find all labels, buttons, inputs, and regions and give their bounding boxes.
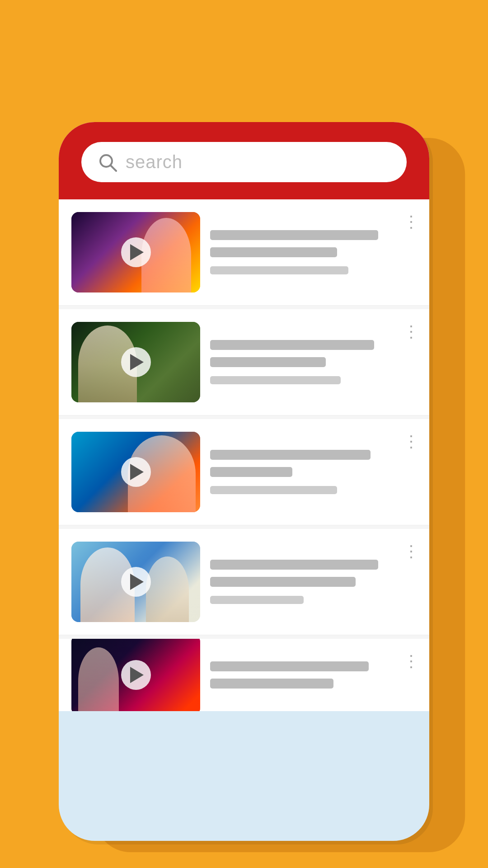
more-button-4[interactable]: ⋮ [403,543,419,560]
video-info-3 [210,450,417,494]
video-info-2 [210,340,417,384]
skeleton-title-3b [210,467,292,477]
skeleton-title-4a [210,560,378,570]
skeleton-title-5a [210,661,369,671]
svg-line-1 [111,165,116,171]
skeleton-title-4c [210,596,304,604]
skeleton-title-1a [210,230,378,240]
skeleton-title-1c [210,266,348,274]
video-thumbnail-5[interactable] [71,639,200,711]
search-placeholder-text: search [126,152,183,172]
play-button-1[interactable] [121,237,151,267]
more-button-3[interactable]: ⋮ [403,434,419,450]
video-item-5: ⋮ [59,639,429,711]
skeleton-title-1b [210,247,337,257]
more-button-2[interactable]: ⋮ [403,324,419,340]
more-button-5[interactable]: ⋮ [403,653,419,670]
skeleton-title-2c [210,376,341,384]
search-header: search [59,122,429,199]
phone-frame: search ⋮ [59,122,429,841]
play-button-3[interactable] [121,457,151,487]
play-button-5[interactable] [121,660,151,690]
video-thumbnail-1[interactable] [71,212,200,292]
skeleton-title-2b [210,357,326,367]
video-thumbnail-3[interactable] [71,432,200,512]
video-info-1 [210,230,417,274]
video-thumbnail-2[interactable] [71,322,200,402]
video-info-5 [210,661,417,689]
video-item-2: ⋮ [59,309,429,415]
play-button-2[interactable] [121,347,151,377]
search-icon [98,152,117,172]
skeleton-title-3a [210,450,371,460]
skeleton-title-2a [210,340,374,350]
more-button-1[interactable]: ⋮ [403,214,419,230]
video-thumbnail-4[interactable] [71,542,200,622]
video-item-1: ⋮ [59,199,429,306]
skeleton-title-5b [210,679,333,689]
skeleton-title-4b [210,577,356,587]
search-input-container[interactable]: search [81,142,407,182]
video-list: ⋮ ⋮ [59,199,429,711]
play-button-4[interactable] [121,567,151,597]
video-info-4 [210,560,417,604]
video-item-4: ⋮ [59,529,429,635]
skeleton-title-3c [210,486,337,494]
video-item-3: ⋮ [59,419,429,525]
